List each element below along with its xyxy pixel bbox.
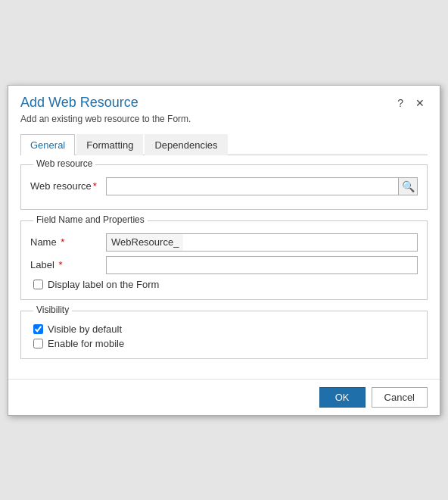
label-label: Label * — [30, 259, 106, 270]
field-name-legend: Field Name and Properties — [33, 214, 148, 225]
name-input-group: WebResource_ — [106, 233, 418, 252]
visibility-section: Visibility Visible by default Enable for… — [20, 311, 428, 359]
visible-by-default-row: Visible by default — [30, 323, 418, 335]
close-button[interactable]: ✕ — [412, 96, 428, 110]
name-row: Name * WebResource_ — [30, 233, 418, 252]
dialog-footer: OK Cancel — [8, 379, 440, 415]
dialog-title-area: Add Web Resource Add an existing web res… — [20, 95, 394, 124]
ok-button[interactable]: OK — [319, 387, 366, 408]
dialog-header: Add Web Resource Add an existing web res… — [8, 86, 440, 127]
display-label-checkbox-label[interactable]: Display label on the Form — [48, 279, 159, 290]
required-star-name: * — [58, 236, 65, 248]
web-resource-section: Web resource Web resource* 🔍 — [20, 164, 428, 210]
required-star-label: * — [56, 259, 63, 270]
required-star-webresource: * — [93, 180, 97, 192]
lookup-icon: 🔍 — [402, 180, 415, 192]
dialog-controls: ? ✕ — [394, 96, 428, 110]
label-row: Label * — [30, 256, 418, 274]
web-resource-input-group: 🔍 — [106, 177, 418, 195]
web-resource-legend: Web resource — [33, 158, 95, 169]
visibility-legend: Visibility — [33, 305, 72, 315]
visible-by-default-label[interactable]: Visible by default — [48, 323, 122, 335]
web-resource-input[interactable] — [106, 177, 398, 195]
tab-general[interactable]: General — [20, 134, 75, 155]
field-name-content: Name * WebResource_ Label * — [30, 233, 418, 290]
label-input[interactable] — [106, 256, 418, 274]
web-resource-row: Web resource* 🔍 — [30, 177, 418, 195]
tabs: General Formatting Dependencies — [20, 133, 428, 155]
display-label-row: Display label on the Form — [30, 279, 418, 290]
help-button[interactable]: ? — [394, 96, 406, 110]
cancel-button[interactable]: Cancel — [372, 387, 428, 408]
dialog-subtitle: Add an existing web resource to the Form… — [20, 114, 394, 124]
name-label: Name * — [30, 236, 106, 248]
enable-for-mobile-row: Enable for mobile — [30, 338, 418, 349]
web-resource-lookup-button[interactable]: 🔍 — [398, 177, 418, 195]
dialog-title: Add Web Resource — [20, 95, 394, 111]
dialog-body: General Formatting Dependencies Web reso… — [8, 127, 440, 379]
enable-for-mobile-checkbox[interactable] — [33, 339, 43, 348]
tab-dependencies[interactable]: Dependencies — [145, 134, 227, 155]
display-label-checkbox[interactable] — [33, 280, 43, 289]
enable-for-mobile-label[interactable]: Enable for mobile — [48, 338, 124, 349]
name-input[interactable] — [183, 233, 418, 252]
visibility-content: Visible by default Enable for mobile — [30, 323, 418, 349]
add-web-resource-dialog: Add Web Resource Add an existing web res… — [8, 85, 440, 416]
tab-formatting[interactable]: Formatting — [76, 134, 143, 155]
web-resource-label: Web resource* — [30, 180, 106, 192]
field-name-section: Field Name and Properties Name * WebReso… — [20, 220, 428, 300]
visible-by-default-checkbox[interactable] — [33, 324, 43, 334]
name-prefix: WebResource_ — [106, 233, 183, 252]
web-resource-content: Web resource* 🔍 — [30, 177, 418, 195]
